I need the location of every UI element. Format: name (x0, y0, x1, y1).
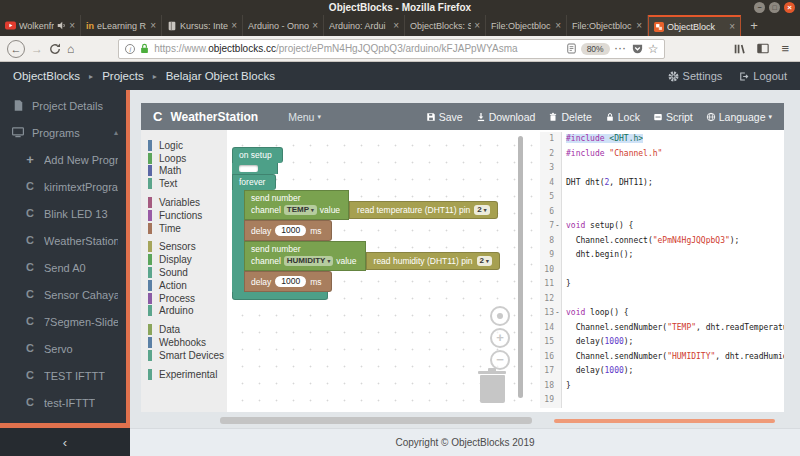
delay-value-field[interactable]: 1000 (275, 225, 306, 236)
code-text[interactable]: Channel.connect("ePmN4HgJQQpbQ3"); (562, 234, 739, 249)
tab-close-icon[interactable]: × (636, 20, 642, 31)
channel-dropdown[interactable]: HUMIDITY▾ (284, 256, 333, 266)
code-horizontal-scrollbar[interactable] (554, 419, 775, 423)
trash-icon[interactable] (477, 368, 507, 403)
breadcrumb-item[interactable]: ObjectBlocks (13, 70, 80, 82)
library-icon[interactable] (733, 43, 745, 55)
zoom-reset-button[interactable] (490, 306, 510, 326)
toolbox-category[interactable]: Arduino (141, 305, 227, 318)
code-text[interactable]: Channel.sendNumber("HUMIDITY", dht.readH… (562, 350, 784, 365)
browser-tab[interactable]: ObjectBlock× (648, 15, 741, 36)
sidebar-collapse-button[interactable]: ‹ (0, 428, 130, 456)
forward-button[interactable]: → (31, 43, 43, 55)
tab-close-icon[interactable]: × (312, 20, 318, 31)
language-button[interactable]: Language▾ (706, 111, 772, 123)
fold-marker[interactable]: - (554, 219, 562, 234)
toolbox-category[interactable]: Loops (141, 152, 227, 165)
add-new-program-button[interactable]: +Add New Program (0, 146, 130, 173)
toolbox-category[interactable]: Process (141, 292, 227, 305)
code-text[interactable]: } (562, 277, 571, 292)
window-maximize-button[interactable]: □ (769, 2, 780, 13)
toolbox-category[interactable]: Display (141, 253, 227, 266)
toolbox-category[interactable]: Action (141, 279, 227, 292)
toolbox-category[interactable]: Sound (141, 266, 227, 279)
sidebar-program-item[interactable]: CTEST IFTTT (0, 362, 130, 389)
https-lock-icon[interactable] (140, 40, 149, 58)
sidebar-item-project-details[interactable]: Project Details (0, 92, 130, 119)
block-read-sensor[interactable]: read temperature (DHT11) pin2▾ (349, 201, 497, 219)
code-text[interactable] (562, 161, 566, 176)
code-text[interactable]: } (562, 379, 571, 394)
tab-close-icon[interactable]: × (69, 20, 75, 31)
block-read-sensor[interactable]: read humidity (DHT11) pin2▾ (366, 252, 500, 270)
code-text[interactable] (562, 263, 566, 278)
toolbox-category[interactable]: Text (141, 177, 227, 190)
pocket-icon[interactable] (632, 40, 643, 58)
toolbox-category[interactable]: Sensors (141, 241, 227, 254)
page-actions-icon[interactable]: ··· (615, 44, 627, 54)
sidebar-program-item[interactable]: Ctest-IFTTT (0, 389, 130, 416)
code-text[interactable]: delay(1000); (562, 364, 633, 379)
toolbox-category[interactable]: Logic (141, 139, 227, 152)
code-text[interactable] (562, 205, 566, 220)
download-button[interactable]: Download (476, 111, 536, 123)
sidebar-program-item[interactable]: CServo (0, 335, 130, 362)
pin-dropdown[interactable]: 2▾ (474, 205, 489, 215)
browser-tab[interactable]: Arduino - Onno× (243, 15, 324, 36)
back-button[interactable]: ← (7, 40, 25, 58)
home-icon[interactable]: ⌂ (67, 43, 74, 55)
sidebar-program-item[interactable]: CSend A0 (0, 254, 130, 281)
zoom-level-badge[interactable]: 80% (581, 43, 610, 55)
code-text[interactable] (562, 292, 566, 307)
bookmark-star-icon[interactable]: ☆ (648, 42, 659, 56)
pin-dropdown[interactable]: 2▾ (477, 256, 492, 266)
settings-button[interactable]: Settings (668, 70, 723, 82)
sidebar-toggle-icon[interactable] (757, 43, 769, 54)
channel-dropdown[interactable]: TEMP▾ (284, 205, 317, 215)
browser-tab[interactable]: File:Objectbloc× (486, 15, 567, 36)
block-workspace[interactable]: on setupforeversend numberchannelTEMP▾va… (227, 130, 540, 412)
browser-tab[interactable]: Arduino: Ardui× (324, 15, 405, 36)
code-text[interactable]: void setup() { (562, 219, 633, 234)
script-button[interactable]: Script (653, 111, 693, 123)
toolbox-category[interactable]: Webhooks (141, 336, 227, 349)
browser-tab[interactable]: Kursus: Inte× (162, 15, 243, 36)
code-text[interactable]: delay(1000); (562, 335, 633, 350)
block-send-number[interactable]: send numberchannelHUMIDITY▾value (244, 241, 366, 271)
breadcrumb-item[interactable]: Belajar Object Blocks (166, 70, 275, 82)
url-bar[interactable]: i https://www.objectblocks.cc/project/eP… (118, 39, 665, 59)
code-text[interactable]: #include "Channel.h" (562, 147, 662, 162)
block-delay[interactable]: delay1000ms (244, 220, 332, 241)
zoom-in-button[interactable]: + (490, 328, 510, 348)
code-text[interactable]: #include <DHT.h> (562, 132, 643, 147)
new-tab-button[interactable]: + (741, 15, 767, 36)
tab-close-icon[interactable]: × (729, 21, 735, 32)
code-text[interactable] (562, 393, 566, 408)
toolbox-category[interactable]: Experimental (141, 368, 227, 381)
reader-mode-icon[interactable] (567, 40, 576, 58)
sidebar-program-item[interactable]: C7Segmen-Slider (0, 308, 130, 335)
save-button[interactable]: Save (426, 111, 463, 123)
code-text[interactable]: Channel.sendNumber("TEMP", dht.readTempe… (562, 321, 784, 336)
delete-button[interactable]: Delete (548, 111, 591, 123)
setup-empty-slot[interactable] (232, 163, 278, 174)
tab-close-icon[interactable]: × (231, 20, 237, 31)
block-send-number[interactable]: send numberchannelTEMP▾value (244, 190, 349, 220)
code-text[interactable] (562, 190, 566, 205)
page-info-icon[interactable]: i (125, 44, 135, 54)
reload-icon[interactable] (49, 43, 61, 55)
program-block-stack[interactable]: on setupforeversend numberchannelTEMP▾va… (232, 147, 500, 300)
tab-close-icon[interactable]: × (555, 20, 561, 31)
code-text[interactable]: void loop() { (562, 306, 629, 321)
toolbox-category[interactable]: Functions (141, 209, 227, 222)
sidebar-program-item[interactable]: CSensor Cahaya (0, 281, 130, 308)
menu-hamburger-icon[interactable]: ≡ (781, 41, 789, 56)
browser-tab[interactable]: File:Objectbloc× (567, 15, 648, 36)
tab-audio-icon[interactable] (57, 21, 66, 30)
window-minimize-button[interactable]: − (754, 2, 765, 13)
sidebar-program-item[interactable]: CBlink LED 13 (0, 200, 130, 227)
browser-tab[interactable]: ineLearning R× (81, 15, 162, 36)
workspace-vertical-scrollbar[interactable] (518, 136, 523, 398)
menu-dropdown-button[interactable]: Menu ▾ (288, 111, 321, 123)
toolbox-category[interactable]: Math (141, 165, 227, 178)
